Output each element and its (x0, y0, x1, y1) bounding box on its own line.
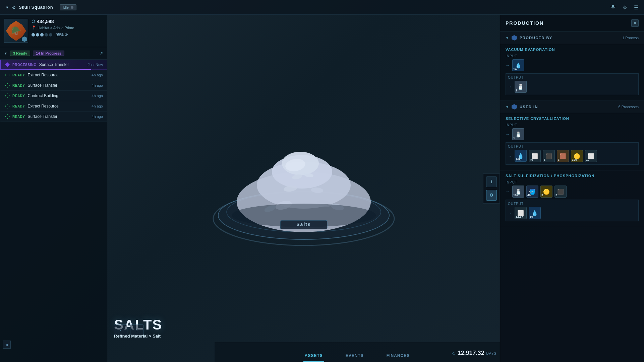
faction-emblem-icon (22, 37, 27, 42)
item-status-3: READY (12, 84, 25, 87)
collapse-panel-button[interactable]: ◀ (3, 341, 11, 349)
percent-icon: ⟳ (65, 32, 68, 37)
vacuum-input-chip-1[interactable]: 💧 14 (512, 59, 524, 71)
menu-icon[interactable]: ☰ (634, 4, 639, 10)
ready-badge: 3 Ready (10, 51, 30, 56)
crys-out-chip-1[interactable]: 💧10k (515, 150, 527, 162)
currency-icon: ◇ (452, 351, 455, 356)
produced-by-chevron-icon: ▼ (506, 36, 509, 40)
sulf-brine-icon: 🪣40.. (526, 186, 538, 198)
queue-item-1[interactable]: PROCESSING Surface Transfer Just Now (0, 60, 107, 70)
produced-by-count: 1 Process (622, 36, 639, 40)
vacuum-input-label: INPUT (506, 54, 639, 58)
sulf-in-chip-3[interactable]: 🟡3 (540, 186, 552, 198)
sulf-out-water-icon: 💧19 (529, 207, 541, 219)
production-panel: PRODUCTION ✕ ▼ PRODUCED BY 1 Process VAC… (500, 15, 644, 362)
panel-close-button[interactable]: ✕ (631, 19, 639, 27)
process-name-sulfidization: SALT SULFIDIZATION / PHOSPHORIZATION (506, 174, 639, 178)
info-button[interactable]: ℹ (486, 176, 497, 187)
item-name-2: Extract Resource (28, 73, 89, 77)
queue-chevron-icon: ▼ (4, 52, 7, 55)
tab-assets[interactable]: ASSETS (303, 349, 324, 362)
pip-2 (36, 33, 39, 37)
crystallization-input-section: INPUT → 🧂 1 (506, 123, 639, 140)
crys-out-dark-icon: ⬛3 (543, 150, 555, 162)
used-in-chevron-icon: ▼ (506, 105, 509, 109)
item-time-2: 4h ago (92, 73, 103, 77)
item-time-1: Just Now (88, 63, 103, 67)
vacuum-output-items: → 🧂 1 (508, 81, 636, 93)
sulfidization-output-section: OUTPUT → ⬜12.3k 💧19 (506, 200, 639, 221)
sulfidization-output-items: → ⬜12.3k 💧19 (508, 207, 636, 219)
crys-out-chip-4[interactable]: 🟫3 (557, 150, 569, 162)
gear-icon[interactable]: ⚙ (623, 4, 627, 10)
sulf-in-chip-4[interactable]: ⬛3 (554, 186, 567, 198)
sulfidization-output-label: OUTPUT (508, 202, 636, 206)
queue-item-2[interactable]: READY Extract Resource 4h ago (0, 70, 107, 80)
currency-display: ◇ 12,917.32 DAYS (452, 350, 496, 357)
export-icon[interactable]: ↗ (100, 51, 103, 56)
item-status-2: READY (12, 73, 25, 77)
used-in-header[interactable]: ▼ USED IN 6 Processes (500, 101, 644, 113)
prev-button[interactable]: ‹ (114, 324, 127, 335)
crys-salt-icon: 🧂 1 (512, 128, 524, 140)
sulf-in-chip-1[interactable]: 🧂10k (512, 186, 524, 198)
sulf-in-chip-2[interactable]: 🪣40.. (526, 186, 538, 198)
item-status-6: READY (12, 115, 25, 119)
eye-icon[interactable]: 👁 (610, 4, 616, 10)
ready-icon-2 (5, 73, 10, 77)
io-arrow-icon: → (506, 63, 510, 68)
item-name-4: Contruct Building (28, 93, 89, 98)
credits-icon: ⬡ (32, 19, 35, 24)
produced-by-header[interactable]: ▼ PRODUCED BY 1 Process (500, 32, 644, 44)
item-time-5: 4h ago (92, 104, 103, 108)
dropdown-arrow-icon: ▼ (5, 5, 9, 9)
character-card: 🪖 ⬡ 434,598 📍 Habitat > Adalia Prime (0, 15, 107, 47)
item-time-6: 4h ago (92, 115, 103, 119)
tab-events[interactable]: EVENTS (344, 349, 365, 362)
item-time-4: 4h ago (92, 94, 103, 98)
vacuum-output-chip-1[interactable]: 🧂 1 (515, 81, 527, 93)
process-name-vacuum: VACUUM EVAPORATION (506, 48, 639, 52)
idle-badge: Idle (60, 4, 76, 10)
crys-out-generic-icon: ⬜40 (529, 150, 541, 162)
currency-label: DAYS (486, 352, 497, 355)
vacuum-input-section: INPUT → 💧 14 (506, 54, 639, 71)
io-arrow-out-icon: → (508, 84, 512, 89)
pip-3 (40, 33, 44, 37)
queue-item-6[interactable]: READY Surface Transfer 4h ago (0, 112, 107, 122)
crys-out-chip-3[interactable]: ⬛3 (543, 150, 555, 162)
left-panel: 🪖 ⬡ 434,598 📍 Habitat > Adalia Prime (0, 15, 107, 362)
pip-5 (49, 33, 52, 37)
crys-input-chip-1[interactable]: 🧂 1 (512, 128, 524, 140)
used-in-count: 6 Processes (618, 105, 639, 109)
queue-item-5[interactable]: READY Extract Resource 4h ago (0, 101, 107, 112)
crys-out-chip-6[interactable]: ⬜10 (585, 150, 597, 162)
progress-bar-1 (1, 69, 107, 70)
queue-item-3[interactable]: READY Surface Transfer 4h ago (0, 80, 107, 91)
main-content: Salts SALTS Refined Material > Salt ‹ › … (107, 15, 644, 362)
crys-out-mineral-icon: 🟫3 (557, 150, 569, 162)
item-name-1: Surface Transfer (39, 62, 85, 67)
vacuum-output-label: OUTPUT (508, 76, 636, 79)
sulfidization-input-section: INPUT → 🧂10k 🪣40.. 🟡3 ⬛3 (506, 180, 639, 198)
settings-button[interactable]: ⚙ (486, 190, 497, 201)
queue-item-4[interactable]: READY Contruct Building 4h ago (0, 91, 107, 101)
ready-icon-4 (5, 93, 10, 98)
selective-crystallization-block: SELECTIVE CRYSTALLIZATION INPUT → 🧂 1 (500, 113, 644, 170)
squadron-info: ▼ ⚙ Skull Squadron Idle (5, 4, 76, 10)
crys-out-chip-5[interactable]: 🟡320 (571, 150, 583, 162)
crys-out-chip-2[interactable]: ⬜40 (529, 150, 541, 162)
sulf-out-chip-2[interactable]: 💧19 (529, 207, 541, 219)
crystallization-output-items: → 💧10k ⬜40 ⬛3 🟫3 (508, 150, 636, 162)
sulf-out-chip-1[interactable]: ⬜12.3k (515, 207, 527, 219)
item-status-4: READY (12, 94, 25, 98)
item-status-5: READY (12, 104, 25, 108)
ready-icon-5 (5, 104, 10, 108)
panel-scroll[interactable]: ▼ PRODUCED BY 1 Process VACUUM EVAPORATI… (500, 32, 644, 362)
next-button[interactable]: › (130, 324, 143, 335)
salt-chip-icon: 🧂 1 (515, 81, 527, 93)
tab-finances[interactable]: FINANCES (385, 349, 411, 362)
crys-out-gold-icon: 🟡320 (571, 150, 583, 162)
used-in-section-icon (512, 104, 517, 110)
